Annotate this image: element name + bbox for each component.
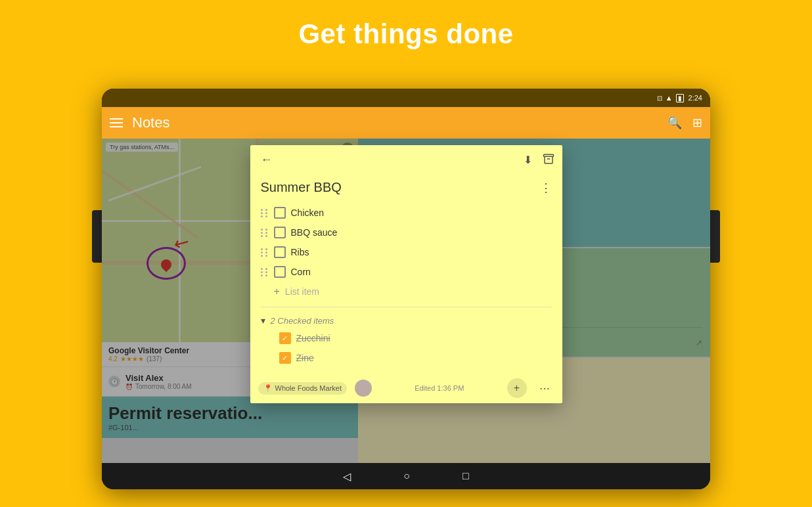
checklist-unchecked: Chicken BBQ sauce	[261, 203, 552, 282]
checklist-checked: Zucchini Zine	[261, 328, 552, 368]
add-item-placeholder: List item	[285, 286, 319, 297]
note-modal: ← ⬇	[250, 145, 562, 403]
nav-home-button[interactable]: ○	[403, 470, 410, 482]
item-label-zucchini: Zucchini	[296, 333, 330, 343]
bottom-nav: ◁ ○ □	[102, 463, 710, 489]
app-header-left: Notes	[110, 114, 667, 131]
search-icon[interactable]: 🔍	[667, 116, 682, 130]
location-text: Whole Foods Market	[275, 384, 342, 392]
battery-icon: ▮	[676, 94, 684, 102]
header-actions: ⬇	[524, 153, 554, 167]
tablet-frame: ⊡ ▲ ▮ 2:24 Notes 🔍 ⊞	[102, 89, 710, 489]
pin-icon[interactable]: ⬇	[524, 154, 532, 166]
item-label-zine: Zine	[296, 353, 314, 363]
add-item-row[interactable]: + List item	[274, 282, 552, 301]
note-title-row: Summer BBQ ⋮	[261, 180, 552, 195]
drag-handle	[261, 209, 269, 217]
checkbox-zine[interactable]	[279, 352, 291, 364]
note-modal-body: Summer BBQ ⋮ Chicken	[250, 175, 562, 368]
app-header: Notes 🔍 ⊞	[102, 107, 710, 139]
nav-back-button[interactable]: ◁	[343, 470, 351, 483]
checklist-item-zucchini: Zucchini	[261, 328, 552, 348]
divider	[261, 307, 552, 307]
item-label-chicken: Chicken	[291, 208, 325, 218]
item-label-corn: Corn	[291, 267, 311, 277]
sim-icon: ⊡	[657, 95, 662, 102]
checkbox-ribs[interactable]	[274, 246, 286, 258]
checkbox-zucchini[interactable]	[279, 332, 291, 344]
svg-rect-0	[543, 154, 553, 156]
drag-handle	[261, 268, 269, 276]
drag-handle	[261, 229, 269, 237]
back-button[interactable]: ←	[258, 150, 275, 169]
note-modal-footer: 📍 Whole Foods Market Edited 1:36 PM + ⋯	[250, 373, 562, 403]
footer-avatar	[355, 380, 372, 397]
page-title: Get things done	[0, 0, 812, 63]
checklist-item-chicken: Chicken	[261, 203, 552, 223]
location-pin-icon: 📍	[263, 384, 273, 393]
plus-icon: +	[274, 286, 280, 298]
archive-icon[interactable]	[543, 153, 554, 167]
footer-left: 📍 Whole Foods Market	[258, 380, 372, 397]
checklist-item-ribs: Ribs	[261, 242, 552, 262]
footer-add-button[interactable]: +	[507, 378, 527, 398]
status-bar-icons: ⊡ ▲ ▮ 2:24	[657, 94, 702, 102]
checkbox-corn[interactable]	[274, 266, 286, 278]
note-title: Summer BBQ	[261, 180, 342, 195]
hamburger-menu-icon[interactable]	[110, 118, 123, 127]
app-header-right: 🔍 ⊞	[667, 116, 702, 130]
drag-handle	[261, 248, 269, 257]
footer-center: Edited 1:36 PM	[372, 384, 507, 392]
checklist-item-zine: Zine	[261, 348, 552, 368]
edited-text: Edited 1:36 PM	[415, 384, 464, 392]
chevron-icon: ▾	[261, 315, 265, 326]
footer-right: + ⋯	[507, 378, 554, 398]
wifi-icon: ▲	[665, 94, 673, 102]
status-time: 2:24	[688, 94, 702, 102]
checklist-item-bbqsauce: BBQ sauce	[261, 223, 552, 242]
footer-more-button[interactable]: ⋯	[535, 378, 554, 398]
nav-recents-button[interactable]: □	[462, 470, 469, 482]
checked-section-header[interactable]: ▾ 2 Checked items	[261, 313, 552, 328]
grid-menu-icon[interactable]: ⊞	[692, 116, 702, 130]
app-header-title: Notes	[132, 114, 169, 131]
checklist-item-corn: Corn	[261, 262, 552, 282]
checkbox-bbqsauce[interactable]	[274, 227, 286, 238]
location-badge: 📍 Whole Foods Market	[258, 382, 347, 395]
checkbox-chicken[interactable]	[274, 207, 286, 219]
main-content: ↙ Try gas stations, ATMs... ✕ Google Goo…	[102, 139, 710, 463]
item-label-bbqsauce: BBQ sauce	[291, 227, 338, 238]
checked-count-label: 2 Checked items	[271, 316, 334, 326]
status-bar: ⊡ ▲ ▮ 2:24	[102, 89, 710, 107]
app-area: Notes 🔍 ⊞	[102, 107, 710, 463]
note-more-icon[interactable]: ⋮	[540, 181, 552, 195]
modal-overlay: ← ⬇	[102, 139, 710, 463]
item-label-ribs: Ribs	[291, 247, 309, 257]
note-modal-header: ← ⬇	[250, 145, 562, 175]
